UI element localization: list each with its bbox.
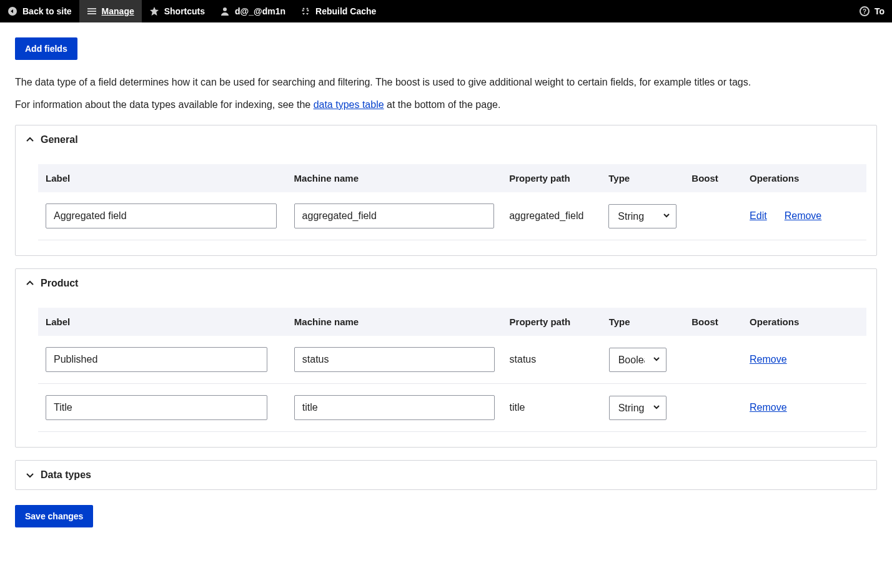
section-general: General Label Machine name Property path… bbox=[15, 125, 877, 256]
recycle-icon bbox=[300, 6, 310, 16]
toolbar-user-label: d@_@dm1n bbox=[235, 6, 285, 16]
section-product: Product Label Machine name Property path… bbox=[15, 268, 877, 448]
chevron-down-icon bbox=[26, 471, 34, 479]
boost-cell bbox=[684, 336, 742, 384]
th-property-path: Property path bbox=[502, 308, 602, 336]
toolbar-manage-label: Manage bbox=[102, 6, 134, 16]
section-general-body: Label Machine name Property path Type Bo… bbox=[16, 154, 876, 255]
toolbar-tour[interactable]: ? To bbox=[852, 0, 892, 22]
section-general-toggle[interactable]: General bbox=[16, 125, 876, 154]
svg-point-3 bbox=[223, 7, 227, 11]
toolbar-back-to-site[interactable]: Back to site bbox=[0, 0, 79, 22]
edit-link[interactable]: Edit bbox=[750, 210, 767, 222]
th-operations: Operations bbox=[742, 308, 866, 336]
section-data-types-title: Data types bbox=[41, 469, 91, 481]
desc2-prefix: For information about the data types ava… bbox=[15, 99, 314, 110]
th-boost: Boost bbox=[684, 308, 742, 336]
description-paragraph-1: The data type of a field determines how … bbox=[15, 75, 877, 90]
remove-link[interactable]: Remove bbox=[750, 402, 787, 413]
admin-toolbar: Back to site Manage Shortcuts d@_@dm1n R… bbox=[0, 0, 892, 22]
toolbar-tour-label: To bbox=[875, 6, 885, 16]
toolbar-rebuild-cache[interactable]: Rebuild Cache bbox=[293, 0, 384, 22]
main-content: Add fields The data type of a field dete… bbox=[0, 22, 892, 552]
th-machine-name: Machine name bbox=[287, 164, 502, 192]
th-operations: Operations bbox=[742, 164, 866, 192]
label-input[interactable] bbox=[46, 347, 267, 372]
th-type: Type bbox=[601, 164, 684, 192]
svg-text:?: ? bbox=[863, 8, 866, 15]
user-icon bbox=[220, 6, 230, 16]
product-fields-table: Label Machine name Property path Type Bo… bbox=[38, 308, 866, 432]
save-changes-button[interactable]: Save changes bbox=[15, 505, 93, 527]
help-icon: ? bbox=[860, 6, 870, 16]
svg-rect-2 bbox=[87, 13, 96, 14]
toolbar-user[interactable]: d@_@dm1n bbox=[212, 0, 293, 22]
machine-name-input[interactable] bbox=[294, 203, 495, 228]
type-select[interactable]: StringBooleanIntegerDecimalDateFulltext bbox=[609, 348, 667, 372]
general-fields-table: Label Machine name Property path Type Bo… bbox=[38, 164, 866, 240]
star-icon bbox=[149, 6, 159, 16]
section-product-body: Label Machine name Property path Type Bo… bbox=[16, 298, 876, 447]
data-types-link[interactable]: data types table bbox=[314, 99, 384, 110]
toolbar-shortcuts-label: Shortcuts bbox=[164, 6, 205, 16]
chevron-up-icon bbox=[26, 135, 34, 144]
property-path-cell: aggregated_field bbox=[502, 192, 601, 240]
description-paragraph-2: For information about the data types ava… bbox=[15, 97, 877, 112]
add-fields-button[interactable]: Add fields bbox=[15, 37, 77, 60]
desc2-suffix: at the bottom of the page. bbox=[384, 99, 501, 110]
th-property-path: Property path bbox=[502, 164, 601, 192]
remove-link[interactable]: Remove bbox=[750, 354, 787, 365]
table-row: aggregated_field StringBooleanIntegerDec… bbox=[38, 192, 866, 240]
chevron-up-icon bbox=[26, 279, 34, 288]
type-select[interactable]: StringBooleanIntegerDecimalDateFulltext bbox=[608, 204, 676, 228]
toolbar-rebuild-label: Rebuild Cache bbox=[315, 6, 376, 16]
th-label: Label bbox=[38, 164, 287, 192]
boost-cell bbox=[684, 384, 742, 432]
machine-name-input[interactable] bbox=[294, 347, 495, 372]
section-general-title: General bbox=[41, 134, 78, 145]
section-product-toggle[interactable]: Product bbox=[16, 269, 876, 298]
section-data-types: Data types bbox=[15, 460, 877, 490]
th-boost: Boost bbox=[684, 164, 742, 192]
label-input[interactable] bbox=[46, 395, 267, 420]
toolbar-shortcuts[interactable]: Shortcuts bbox=[142, 0, 212, 22]
section-product-title: Product bbox=[41, 278, 78, 289]
type-select[interactable]: StringBooleanIntegerDecimalDateFulltext bbox=[609, 396, 667, 420]
label-input[interactable] bbox=[46, 203, 277, 228]
toolbar-back-label: Back to site bbox=[22, 6, 72, 16]
toolbar-manage[interactable]: Manage bbox=[79, 0, 142, 22]
th-machine-name: Machine name bbox=[287, 308, 502, 336]
table-row: title StringBooleanIntegerDecimalDateFul… bbox=[38, 384, 866, 432]
svg-rect-1 bbox=[87, 11, 96, 12]
th-type: Type bbox=[602, 308, 685, 336]
table-row: status StringBooleanIntegerDecimalDateFu… bbox=[38, 336, 866, 384]
boost-cell bbox=[684, 192, 742, 240]
property-path-cell: title bbox=[502, 384, 602, 432]
section-data-types-toggle[interactable]: Data types bbox=[16, 461, 876, 489]
svg-rect-0 bbox=[87, 8, 96, 9]
machine-name-input[interactable] bbox=[294, 395, 495, 420]
hamburger-icon bbox=[87, 6, 97, 16]
remove-link[interactable]: Remove bbox=[785, 210, 822, 222]
th-label: Label bbox=[38, 308, 287, 336]
back-icon bbox=[7, 6, 17, 16]
property-path-cell: status bbox=[502, 336, 602, 384]
